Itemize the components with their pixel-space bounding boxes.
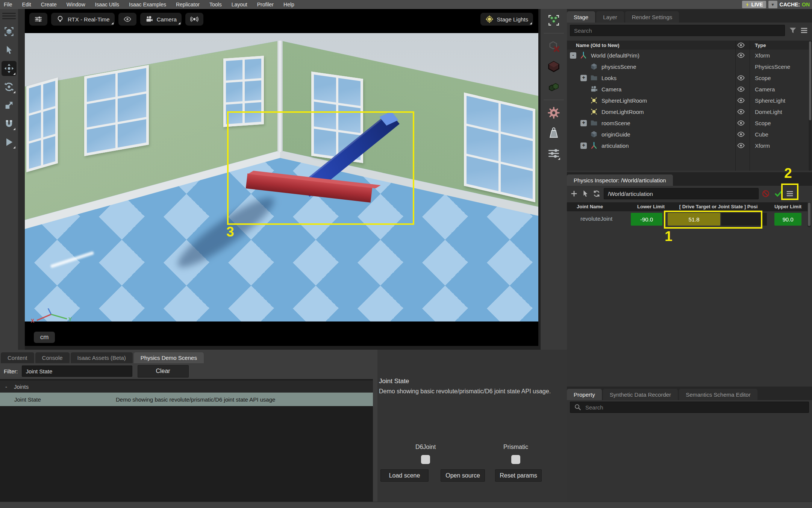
stage-tree-row-camera[interactable]: +CameraCamera bbox=[567, 83, 812, 95]
select-prim-tool[interactable] bbox=[2, 24, 17, 39]
clear-button[interactable]: Clear bbox=[138, 365, 189, 378]
visibility-eye-icon[interactable] bbox=[737, 119, 745, 127]
rigid-body-tool[interactable] bbox=[546, 59, 561, 74]
menu-item-help[interactable]: Help bbox=[283, 2, 294, 8]
stage-tree-row-originguide[interactable]: +originGuideCube bbox=[567, 129, 812, 140]
stage-search-input[interactable] bbox=[570, 25, 785, 36]
tab-isaac-assets[interactable]: Isaac Assets (Beta) bbox=[71, 352, 133, 363]
property-search-input[interactable] bbox=[570, 402, 809, 413]
refresh-icon[interactable] bbox=[592, 190, 601, 198]
menu-item-window[interactable]: Window bbox=[67, 2, 85, 8]
visibility-eye-icon[interactable] bbox=[737, 74, 745, 82]
visibility-button[interactable] bbox=[118, 13, 136, 26]
units-badge[interactable]: cm bbox=[34, 332, 55, 343]
stage-tree-row-articulation[interactable]: +articulationXform bbox=[567, 140, 812, 151]
joints-group-header[interactable]: - Joints bbox=[0, 381, 373, 393]
tab-console[interactable]: Console bbox=[35, 352, 70, 363]
capture-button[interactable] bbox=[185, 13, 203, 26]
articulation-path-input[interactable] bbox=[604, 188, 759, 199]
expander-icon[interactable]: + bbox=[580, 75, 587, 81]
rotate-tool[interactable] bbox=[2, 79, 17, 94]
stage-options-icon[interactable] bbox=[800, 26, 808, 35]
filter-input[interactable] bbox=[22, 365, 132, 377]
menu-item-edit[interactable]: Edit bbox=[22, 2, 31, 8]
filter-funnel-icon[interactable] bbox=[789, 26, 797, 35]
live-dropdown-button[interactable]: ▾ bbox=[768, 1, 777, 8]
remove-physics-tool[interactable] bbox=[546, 39, 561, 54]
visibility-eye-icon[interactable] bbox=[737, 130, 745, 138]
tab-synthetic-data-recorder[interactable]: Synthetic Data Recorder bbox=[603, 389, 678, 400]
open-source-button[interactable]: Open source bbox=[441, 469, 485, 482]
tree-header-eye-icon[interactable] bbox=[737, 41, 745, 49]
no-entry-icon[interactable] bbox=[762, 190, 770, 198]
viewport-settings-button[interactable] bbox=[29, 13, 47, 26]
prismatic-checkbox[interactable] bbox=[511, 455, 520, 464]
tab-semantics-schema-editor[interactable]: Semantics Schema Editor bbox=[679, 389, 757, 400]
expander-icon[interactable]: + bbox=[580, 143, 587, 149]
menu-item-layout[interactable]: Layout bbox=[232, 2, 247, 8]
visibility-eye-icon[interactable] bbox=[737, 141, 745, 150]
tree-header-type[interactable]: Type bbox=[755, 42, 766, 48]
stage-tree-row-world-defaultprim-[interactable]: -World (defaultPrim)Xform bbox=[567, 50, 812, 61]
move-tool[interactable] bbox=[2, 61, 17, 76]
visibility-eye-icon[interactable] bbox=[737, 96, 745, 105]
menu-item-file[interactable]: File bbox=[4, 2, 12, 8]
stage-scrollbar[interactable] bbox=[809, 41, 812, 171]
physics-inspector-tool[interactable] bbox=[546, 146, 561, 161]
tab-property[interactable]: Property bbox=[567, 389, 602, 400]
stage-tree-row-domelightroom[interactable]: +DomeLightRoomDomeLight bbox=[567, 106, 812, 117]
tab-physics-inspector[interactable]: Physics Inspector: /World/articulation bbox=[567, 174, 673, 186]
renderer-button[interactable]: RTX - Real-Time bbox=[51, 13, 115, 26]
demo-desc: Demo showing basic revolute/prismatic/D6… bbox=[116, 396, 275, 403]
magnet-icon bbox=[4, 118, 14, 129]
menu-item-create[interactable]: Create bbox=[41, 2, 57, 8]
stage-tree-row-looks[interactable]: +LooksScope bbox=[567, 72, 812, 83]
camera-button[interactable]: Camera bbox=[140, 13, 182, 26]
select-tool[interactable] bbox=[2, 42, 17, 58]
live-sync-button[interactable]: LIVE bbox=[742, 1, 766, 8]
collapse-icon[interactable]: - bbox=[5, 384, 7, 390]
pick-icon[interactable] bbox=[581, 190, 589, 198]
expander-icon[interactable]: - bbox=[570, 52, 576, 59]
menu-item-profiler[interactable]: Profiler bbox=[257, 2, 274, 8]
inspector-menu-icon[interactable] bbox=[786, 190, 794, 198]
tab-render-settings[interactable]: Render Settings bbox=[625, 11, 679, 23]
reset-params-button[interactable]: Reset params bbox=[495, 469, 542, 482]
visibility-eye-icon[interactable] bbox=[737, 108, 745, 116]
tree-header-name[interactable]: Name (Old to New) bbox=[576, 42, 620, 48]
d6joint-checkbox[interactable] bbox=[421, 455, 430, 464]
drive-target-cell[interactable]: 51.8 bbox=[668, 213, 720, 226]
add-icon[interactable] bbox=[570, 190, 578, 198]
load-scene-button[interactable]: Load scene bbox=[380, 469, 429, 482]
drive-target-track[interactable] bbox=[721, 213, 767, 226]
upper-limit-cell[interactable]: 90.0 bbox=[774, 213, 801, 226]
collider-tool[interactable] bbox=[546, 79, 561, 94]
menu-item-tools[interactable]: Tools bbox=[209, 2, 222, 8]
tab-layer[interactable]: Layer bbox=[596, 11, 624, 23]
stage-tree-row-spherelightroom[interactable]: +SphereLightRoomSphereLight bbox=[567, 95, 812, 106]
stage-tree-row-physicsscene[interactable]: +physicsScenePhysicsScene bbox=[567, 61, 812, 72]
mass-tool[interactable] bbox=[546, 126, 561, 141]
toolbar-grip[interactable] bbox=[2, 11, 16, 21]
physics-selection-tool[interactable] bbox=[546, 13, 561, 28]
physics-settings-tool[interactable] bbox=[546, 105, 561, 120]
snap-tool[interactable] bbox=[2, 116, 17, 131]
menu-item-replicator[interactable]: Replicator bbox=[176, 2, 200, 8]
scale-tool[interactable] bbox=[2, 98, 17, 113]
expander-icon[interactable]: + bbox=[580, 120, 587, 126]
demo-list-item-selected[interactable]: Joint State Demo showing basic revolute/… bbox=[0, 393, 373, 406]
menu-item-isaac-examples[interactable]: Isaac Examples bbox=[129, 2, 166, 8]
play-button[interactable] bbox=[2, 135, 17, 150]
menu-item-isaac-utils[interactable]: Isaac Utils bbox=[95, 2, 120, 8]
stage-lights-button[interactable]: Stage Lights bbox=[480, 13, 533, 26]
viewport-canvas[interactable] bbox=[25, 33, 538, 321]
tab-stage[interactable]: Stage bbox=[567, 11, 595, 23]
confirm-check-icon[interactable] bbox=[774, 190, 783, 198]
visibility-eye-icon[interactable] bbox=[737, 51, 745, 59]
joint-table-scrollbar[interactable] bbox=[807, 202, 811, 227]
lower-limit-cell[interactable]: -90.0 bbox=[631, 213, 662, 226]
stage-tree-row-roomscene[interactable]: +roomSceneScope bbox=[567, 117, 812, 129]
visibility-eye-icon[interactable] bbox=[737, 85, 745, 93]
tab-content[interactable]: Content bbox=[1, 352, 34, 363]
tab-physics-demo-scenes[interactable]: Physics Demo Scenes bbox=[134, 352, 204, 363]
